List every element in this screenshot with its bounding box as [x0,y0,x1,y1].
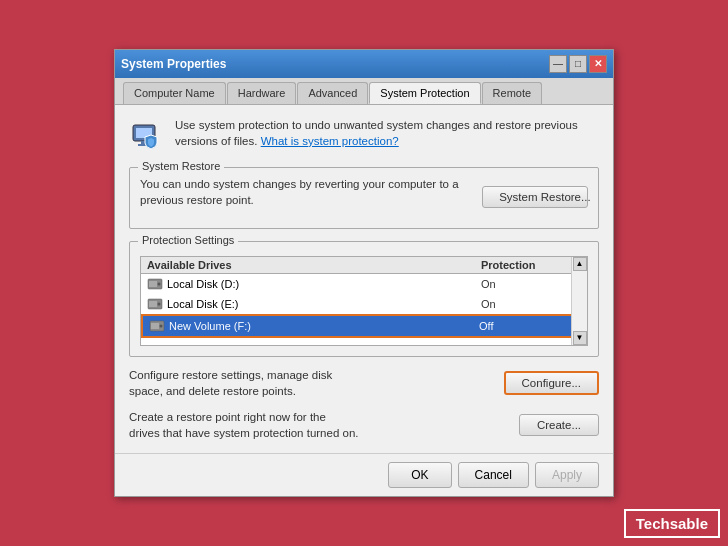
system-restore-group: System Restore You can undo system chang… [129,167,599,229]
drive-icon-f [149,319,165,333]
system-restore-label: System Restore [138,160,224,172]
drive-name-e: Local Disk (E:) [167,298,481,310]
minimize-button[interactable]: — [549,55,567,73]
scroll-down-button[interactable]: ▼ [573,331,587,345]
title-bar: System Properties — □ ✕ [115,50,613,78]
svg-point-6 [158,282,161,285]
ok-button[interactable]: OK [388,462,451,488]
col-protection: Protection [481,259,581,271]
restore-description: You can undo system changes by reverting… [140,176,482,208]
drives-table: Available Drives Protection Local Disk (… [140,256,588,346]
dialog-content: Use system protection to undo unwanted s… [115,105,613,454]
bottom-bar: OK Cancel Apply [115,453,613,496]
tab-system-protection[interactable]: System Protection [369,82,480,104]
configure-description: Configure restore settings, manage disk … [129,367,359,399]
dialog-title: System Properties [121,57,226,71]
protection-settings-label: Protection Settings [138,234,238,246]
svg-rect-5 [149,281,157,287]
shield-icon [129,117,165,153]
info-section: Use system protection to undo unwanted s… [129,117,599,153]
techsable-badge: Techsable [624,509,720,538]
create-row: Create a restore point right now for the… [129,409,599,441]
system-restore-row: You can undo system changes by reverting… [140,176,588,218]
tab-computer-name[interactable]: Computer Name [123,82,226,104]
system-protection-link[interactable]: What is system protection? [261,135,399,147]
maximize-button[interactable]: □ [569,55,587,73]
tab-bar: Computer Name Hardware Advanced System P… [115,78,613,105]
drive-row-d[interactable]: Local Disk (D:) On [141,274,587,294]
configure-row: Configure restore settings, manage disk … [129,367,599,399]
cancel-button[interactable]: Cancel [458,462,529,488]
tab-remote[interactable]: Remote [482,82,543,104]
create-description: Create a restore point right now for the… [129,409,359,441]
drive-protection-d: On [481,278,581,290]
table-header: Available Drives Protection [141,257,587,274]
svg-point-9 [158,302,161,305]
close-button[interactable]: ✕ [589,55,607,73]
drive-name-d: Local Disk (D:) [167,278,481,290]
svg-point-12 [160,324,163,327]
system-properties-dialog: System Properties — □ ✕ Computer Name Ha… [114,49,614,498]
create-button[interactable]: Create... [519,414,599,436]
svg-rect-8 [149,301,157,307]
tab-advanced[interactable]: Advanced [297,82,368,104]
scroll-up-button[interactable]: ▲ [573,257,587,271]
apply-button[interactable]: Apply [535,462,599,488]
table-scrollbar[interactable]: ▲ ▼ [571,257,587,345]
configure-button[interactable]: Configure... [504,371,599,395]
svg-rect-11 [151,323,159,329]
drive-icon-d [147,277,163,291]
title-bar-controls: — □ ✕ [549,55,607,73]
techsable-text: Techsable [636,515,708,532]
protection-settings-group: Protection Settings Available Drives Pro… [129,241,599,357]
system-restore-button[interactable]: System Restore... [482,186,588,208]
drive-protection-f: Off [479,320,579,332]
info-description: Use system protection to undo unwanted s… [175,117,599,149]
col-available-drives: Available Drives [147,259,481,271]
drive-row-f[interactable]: New Volume (F:) Off [141,314,587,338]
drive-row-e[interactable]: Local Disk (E:) On [141,294,587,314]
tab-hardware[interactable]: Hardware [227,82,297,104]
drive-icon-e [147,297,163,311]
drive-name-f: New Volume (F:) [169,320,479,332]
drive-protection-e: On [481,298,581,310]
